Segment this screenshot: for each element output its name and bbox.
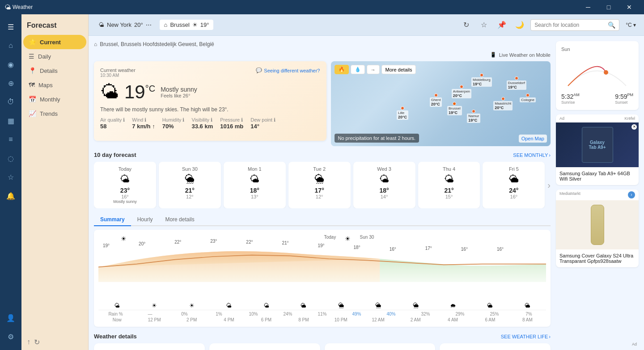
tab-summary[interactable]: Summary bbox=[94, 214, 131, 226]
tab-hourly[interactable]: Hourly bbox=[131, 214, 159, 226]
ny-more-icon[interactable]: ⋯ bbox=[146, 21, 152, 28]
no-precip-label: No precipitation for at least 2 hours. bbox=[335, 134, 419, 143]
sidebar-item-daily[interactable]: ☰ Daily bbox=[23, 49, 86, 63]
right-sun-card: Sun 5:32AM bbox=[556, 41, 639, 110]
time-2am: 2 AM bbox=[397, 317, 434, 322]
bx-weather-icon: ☀ bbox=[192, 21, 198, 28]
forecast-day-name: Today bbox=[97, 166, 153, 172]
close-button[interactable]: ✕ bbox=[619, 0, 640, 14]
see-monthly-link[interactable]: SEE MONTHLY › bbox=[513, 152, 551, 158]
rain-0: — bbox=[133, 312, 167, 316]
forecast-day-name: Tue 2 bbox=[292, 166, 347, 172]
window-controls: ─ □ ✕ bbox=[578, 0, 640, 14]
temp-22-2: 22° bbox=[246, 240, 253, 245]
time-12am: 12 AM bbox=[360, 317, 397, 322]
nav-up-icon[interactable]: ↑ bbox=[27, 338, 30, 346]
pin-button[interactable]: 📌 bbox=[495, 18, 509, 32]
wind-card: Wind From ENE (64°) Light breeze N S E W bbox=[209, 343, 320, 350]
sidebar-item-current[interactable]: ⭐ Current bbox=[23, 35, 86, 49]
forecast-day-low: 12° bbox=[292, 194, 347, 199]
nav-panel: Forecast ⭐ Current ☰ Daily 📍 Details 🗺 M… bbox=[21, 14, 89, 350]
sidebar-radar-icon[interactable]: ◌ bbox=[2, 149, 20, 167]
sidebar-user-icon[interactable]: 👤 bbox=[2, 309, 20, 327]
sidebar-calendar-icon[interactable]: ▦ bbox=[2, 112, 20, 130]
unit-toggle-button[interactable]: °C ▾ bbox=[623, 21, 639, 29]
sidebar-item-details[interactable]: 📍 Details bbox=[23, 63, 86, 78]
search-input[interactable] bbox=[534, 22, 606, 28]
map-arrow-btn[interactable]: → bbox=[367, 65, 380, 74]
location-new-york[interactable]: 🌤 New York 20° ⋯ bbox=[94, 20, 156, 30]
forecast-day-tue2[interactable]: Tue 2 🌦 17° 12° bbox=[288, 162, 351, 208]
forecast-day-mon1[interactable]: Mon 1 🌤 18° 13° bbox=[224, 162, 286, 208]
cw-header: Current weather 10:30 AM 💬 Seeing differ… bbox=[100, 67, 320, 78]
weather-map: Middelburg19°C Ghent20°C Antwerpen20°C D… bbox=[331, 61, 551, 146]
ny-weather-icon: 🌤 bbox=[98, 21, 104, 28]
location-home-icon: ⌂ bbox=[94, 41, 97, 47]
theme-button[interactable]: 🌙 bbox=[513, 18, 527, 32]
sidebar-history-icon[interactable]: ⏱ bbox=[2, 93, 20, 111]
tab-more-details[interactable]: More details bbox=[159, 214, 200, 226]
sidebar-settings-icon[interactable]: ⚙ bbox=[2, 328, 20, 346]
cw-time: 10:30 AM bbox=[100, 73, 136, 78]
sidebar-home-icon[interactable]: ⌂ bbox=[2, 37, 20, 55]
chart-icon-6: 🌥 bbox=[285, 302, 322, 309]
time-2pm: 2 PM bbox=[173, 317, 210, 322]
sun30-label: Sun 30 bbox=[358, 234, 376, 240]
forecast-day-thu4[interactable]: Thu 4 🌤 21° 15° bbox=[418, 162, 480, 208]
maps-nav-label: Maps bbox=[38, 82, 53, 89]
forecast-day-today[interactable]: Today 🌤 23° 16° Mostly sunny bbox=[94, 162, 156, 208]
sidebar-item-trends[interactable]: 📈 Trends bbox=[23, 106, 86, 121]
sidebar-favorites-icon[interactable]: ☆ bbox=[2, 168, 20, 186]
minimize-button[interactable]: ─ bbox=[578, 0, 598, 14]
forecast-day-wed3[interactable]: Wed 3 🌤 18° 14° bbox=[353, 162, 415, 208]
bx-name: Brussel bbox=[170, 21, 189, 28]
chart-icon-9: 🌦 bbox=[397, 302, 434, 309]
see-weather-life-link[interactable]: SEE WEATHER LIFE › bbox=[501, 334, 551, 339]
map-fire-btn[interactable]: 🔥 bbox=[335, 65, 349, 74]
map-water-btn[interactable]: 💧 bbox=[351, 65, 365, 74]
sidebar-layers-icon[interactable]: ⊕ bbox=[2, 74, 20, 92]
right-sunrise-time: 5:32AM bbox=[561, 93, 580, 100]
search-box: 🔍 bbox=[530, 19, 619, 31]
maximize-button[interactable]: □ bbox=[598, 0, 619, 14]
forecast-day-low: 16° bbox=[486, 194, 541, 199]
forecast-tabs: Summary Hourly More details bbox=[94, 214, 551, 226]
forecast-day-low: 14° bbox=[357, 194, 412, 199]
map-city-antwerpen: Antwerpen20°C bbox=[452, 85, 471, 98]
sidebar-chart-icon[interactable]: ≡ bbox=[2, 131, 20, 148]
open-map-link[interactable]: Open Map bbox=[519, 135, 547, 143]
map-city-maastricht: Maastricht20°C bbox=[493, 97, 513, 110]
sidebar-alert-icon[interactable]: 🔔 bbox=[2, 187, 20, 205]
sidebar-item-monthly[interactable]: 📅 Monthly bbox=[23, 92, 86, 106]
forecast-next-arrow[interactable]: › bbox=[547, 162, 551, 208]
forecast-section: 10 day forecast SEE MONTHLY › Today 🌤 23… bbox=[94, 152, 551, 327]
ad-close-btn[interactable]: ✕ bbox=[631, 124, 637, 130]
map-city-middelburg: Middelburg19°C bbox=[471, 73, 492, 87]
nav-refresh-icon[interactable]: ↻ bbox=[34, 338, 40, 346]
current-nav-label: Current bbox=[40, 39, 61, 46]
current-nav-icon: ⭐ bbox=[29, 38, 36, 46]
search-icon[interactable]: 🔍 bbox=[608, 21, 615, 29]
refresh-button[interactable]: ↻ bbox=[459, 18, 473, 32]
location-brussel[interactable]: ⌂ Brussel ☀ 19° bbox=[160, 20, 214, 30]
content-left: ⌂ Brussel, Brussels Hoofdstedelijk Gewes… bbox=[94, 41, 551, 350]
maps-nav-icon: 🗺 bbox=[29, 81, 35, 89]
ad-arrow[interactable]: › bbox=[628, 191, 635, 198]
time-6am: 6 AM bbox=[471, 317, 508, 322]
rain-label: Rain % bbox=[98, 312, 133, 316]
daily-nav-icon: ☰ bbox=[29, 53, 34, 60]
sidebar-menu-icon[interactable]: ☰ bbox=[2, 18, 20, 36]
favorite-button[interactable]: ☆ bbox=[477, 18, 491, 32]
map-3d-btn[interactable]: More details bbox=[381, 65, 416, 74]
sidebar-item-maps[interactable]: 🗺 Maps bbox=[23, 78, 86, 92]
seeing-different-link[interactable]: 💬 Seeing different weather? bbox=[256, 67, 320, 73]
forecast-day-fri5[interactable]: Fri 5 🌥 24° 16° bbox=[483, 162, 545, 208]
dew-point-card: Dew point temperature Normal 70% bbox=[325, 343, 436, 350]
live-weather-label: Live Weather on Mobile bbox=[499, 52, 551, 58]
temp-20: 20° bbox=[139, 241, 145, 246]
forecast-day-high: 21° bbox=[422, 187, 477, 194]
forecast-day-sun30[interactable]: Sun 30 🌦 21° 12° bbox=[159, 162, 221, 208]
sidebar-map-icon[interactable]: ◉ bbox=[2, 55, 20, 73]
chart-icon-2: ☀ bbox=[136, 302, 173, 309]
forecast-day-icon: 🌦 bbox=[162, 173, 217, 185]
